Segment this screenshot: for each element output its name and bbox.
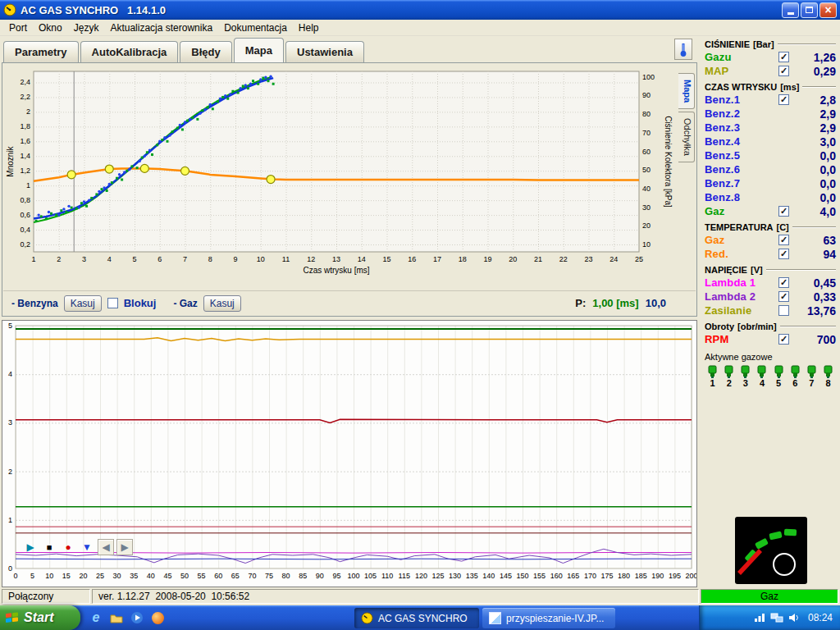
- svg-text:125: 125: [431, 572, 444, 580]
- signal-label-zasilanie: Zasilanie: [705, 304, 778, 317]
- svg-text:35: 35: [130, 572, 138, 580]
- minimize-button[interactable]: [782, 2, 799, 18]
- gaz-checkbox[interactable]: ✓: [778, 206, 789, 217]
- rpm-checkbox[interactable]: ✓: [778, 334, 789, 345]
- signal-value-benz-1: 2,8: [793, 94, 836, 107]
- signal-strength-icon[interactable]: [754, 613, 765, 623]
- internet-explorer-icon[interactable]: e: [89, 610, 103, 625]
- signal-label-lambda-1: Lambda 1: [705, 276, 778, 289]
- step-forward-button[interactable]: ▶: [116, 539, 133, 555]
- side-tab-mapa[interactable]: Mapa: [678, 73, 695, 109]
- gas-injector-indicator-5: 5: [771, 365, 787, 388]
- svg-text:1,6: 1,6: [20, 137, 30, 145]
- svg-text:45: 45: [163, 572, 171, 580]
- svg-text:120: 120: [415, 572, 427, 580]
- gas-injector-indicator-6: 6: [788, 365, 803, 388]
- signal-row-gaz: Gaz✓4,0: [705, 204, 836, 218]
- tab-ustawienia[interactable]: Ustawienia: [285, 41, 364, 62]
- menu-j-zyk[interactable]: Język: [68, 21, 105, 35]
- signal-label-lambda-2: Lambda 2: [705, 290, 778, 303]
- signal-row-lambda-2: Lambda 2✓0,33: [705, 290, 836, 304]
- close-button[interactable]: ×: [819, 2, 837, 18]
- windows-logo-icon: [6, 612, 19, 624]
- svg-text:55: 55: [198, 572, 206, 580]
- zasilanie-checkbox[interactable]: [778, 305, 789, 316]
- stop-button[interactable]: ■: [41, 539, 57, 555]
- tab-b-dy[interactable]: Błędy: [180, 41, 231, 62]
- step-back-button[interactable]: ◀: [98, 539, 114, 555]
- panel-header-czas-wtrysku: CZAS WTRYSKU[ms]: [705, 80, 836, 93]
- menu-bar: PortOknoJęzykAktualizacja sterownikaDoku…: [0, 20, 840, 36]
- svg-text:130: 130: [449, 572, 461, 580]
- svg-text:3: 3: [82, 255, 86, 263]
- menu-okno[interactable]: Okno: [33, 21, 68, 35]
- menu-dokumentacja[interactable]: Dokumentacja: [218, 21, 293, 35]
- signal-value-rpm: 700: [793, 333, 836, 346]
- network-icon[interactable]: [770, 613, 783, 623]
- map-checkbox[interactable]: ✓: [778, 66, 789, 76]
- tray-clock[interactable]: 08:24: [808, 612, 833, 623]
- red-checkbox[interactable]: ✓: [778, 249, 789, 259]
- gaz-checkbox[interactable]: ✓: [778, 235, 789, 245]
- signal-label-gaz: Gaz: [705, 234, 778, 246]
- marker-button[interactable]: ▼: [79, 539, 95, 555]
- play-button[interactable]: ▶: [22, 539, 39, 555]
- maximize-button[interactable]: [801, 2, 818, 18]
- lambda-2-checkbox[interactable]: ✓: [778, 291, 789, 302]
- version-status: ver. 1.12.27 2008-05-20 10:56:52: [92, 589, 699, 604]
- menu-aktualizacja-sterownika[interactable]: Aktualizacja sterownika: [104, 21, 218, 35]
- lambda-1-checkbox[interactable]: ✓: [778, 277, 789, 288]
- gazu-checkbox[interactable]: ✓: [778, 52, 789, 62]
- svg-text:170: 170: [584, 572, 596, 580]
- chart-side-tabs: MapaOdchyłka: [678, 73, 695, 162]
- signal-value-benz-5: 0,0: [793, 149, 836, 162]
- svg-text:160: 160: [550, 572, 563, 580]
- side-tab-odchy-ka[interactable]: Odchyłka: [678, 112, 695, 162]
- svg-text:11: 11: [282, 255, 290, 263]
- taskbar-button-ac-gas-synchro[interactable]: AC GAS SYNCHRO: [354, 608, 479, 628]
- title-bar[interactable]: AC GAS SYNCHRO 1.14.1.0 ×: [0, 0, 840, 20]
- firefox-icon[interactable]: [150, 610, 165, 625]
- signal-label-benz-5: Benz.5: [705, 149, 778, 162]
- svg-text:12: 12: [307, 255, 315, 263]
- menu-help[interactable]: Help: [293, 21, 325, 35]
- map-chart[interactable]: 1234567891011121314151617181920212223242…: [4, 65, 678, 290]
- signal-row-gazu: Gazu✓1,26: [705, 50, 836, 64]
- signal-value-benz-7: 0,0: [793, 177, 836, 190]
- benz-1-checkbox[interactable]: ✓: [778, 94, 789, 105]
- map-tab-page: 1234567891011121314151617181920212223242…: [2, 62, 697, 317]
- svg-text:85: 85: [299, 572, 307, 580]
- svg-text:18: 18: [459, 255, 467, 263]
- tab-autokalibracja[interactable]: AutoKalibracja: [80, 41, 179, 62]
- thermometer-button[interactable]: [674, 39, 692, 60]
- signal-label-rpm: RPM: [705, 333, 778, 345]
- svg-text:140: 140: [482, 572, 495, 580]
- p-label: P:: [575, 297, 586, 309]
- taskbar-button-przyspieszanie[interactable]: przyspieszanie-IV.JP...: [482, 608, 615, 628]
- folder-icon[interactable]: [109, 610, 124, 625]
- svg-text:0,8: 0,8: [20, 196, 30, 204]
- signal-label-gazu: Gazu: [705, 51, 778, 63]
- media-player-icon[interactable]: [130, 610, 144, 625]
- signal-value-benz-6: 0,0: [793, 163, 836, 176]
- start-button[interactable]: Start: [0, 605, 80, 630]
- kasuj-gaz-button[interactable]: Kasuj: [203, 295, 241, 312]
- record-button[interactable]: ●: [60, 539, 76, 555]
- blokuj-checkbox[interactable]: [107, 298, 118, 308]
- svg-text:5: 5: [30, 572, 34, 580]
- kasuj-benzyna-button[interactable]: Kasuj: [64, 295, 102, 312]
- signal-row-benz-3: Benz.32,9: [705, 121, 836, 135]
- svg-text:195: 195: [669, 572, 681, 580]
- svg-text:2: 2: [8, 468, 12, 476]
- system-tray: 08:24: [699, 605, 840, 630]
- volume-icon[interactable]: [788, 613, 800, 623]
- tab-parametry[interactable]: Parametry: [3, 41, 79, 62]
- gas-mode-indicator[interactable]: Gaz: [701, 589, 838, 604]
- svg-text:14: 14: [358, 255, 366, 263]
- signal-row-lambda-1: Lambda 1✓0,45: [705, 276, 836, 290]
- svg-text:40: 40: [642, 185, 651, 193]
- taskbar: Start e AC GAS SYNCHRO przyspieszanie-IV…: [0, 605, 840, 630]
- menu-port[interactable]: Port: [3, 21, 33, 35]
- tab-mapa[interactable]: Mapa: [234, 38, 284, 62]
- svg-text:10: 10: [257, 255, 265, 263]
